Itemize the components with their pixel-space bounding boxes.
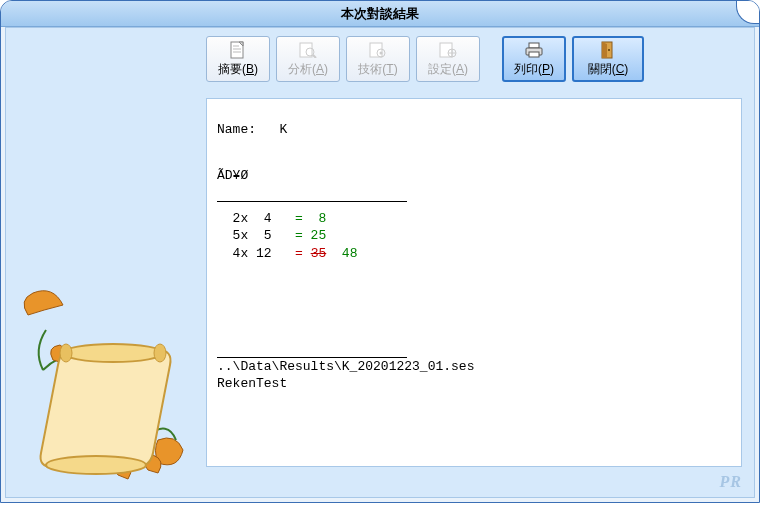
footer-path: ..\Data\Results\K_20201223_01.ses [217, 358, 731, 376]
svg-point-19 [46, 456, 146, 474]
svg-point-20 [60, 344, 72, 362]
close-button[interactable]: 關閉(C) [572, 36, 644, 82]
printer-icon [524, 41, 544, 59]
titlebar: 本次對談結果 [1, 1, 759, 27]
print-button[interactable]: 列印(P) [502, 36, 566, 82]
client-area: 摘要(B) 分析(A) 技術(T) [5, 27, 755, 498]
close-label: 關閉(C) [588, 61, 629, 78]
analysis-button: 分析(A) [276, 36, 340, 82]
name-row: Name: K [217, 121, 731, 139]
settings-icon [438, 41, 458, 59]
dialog-window: 本次對談結果 摘要(B) 分析(A) [0, 0, 760, 503]
brand-mark: PR [720, 473, 742, 491]
svg-rect-10 [440, 43, 452, 57]
analysis-icon [298, 41, 318, 59]
window-title: 本次對談結果 [341, 6, 419, 21]
section-header: ÃD¥Ø [217, 167, 731, 185]
print-label: 列印(P) [514, 61, 554, 78]
report-panel: Name: K ÃD¥Ø 2x 4 = 8 5x 5 = 25 4x 12 = … [206, 98, 742, 467]
summary-button[interactable]: 摘要(B) [206, 36, 270, 82]
report-scroll[interactable]: Name: K ÃD¥Ø 2x 4 = 8 5x 5 = 25 4x 12 = … [207, 99, 741, 466]
door-icon [598, 41, 618, 59]
document-icon [228, 41, 248, 59]
svg-line-6 [313, 55, 316, 58]
svg-rect-14 [529, 52, 539, 57]
toolbar: 摘要(B) 分析(A) 技術(T) [206, 36, 744, 90]
svg-point-9 [380, 51, 383, 54]
settings-button: 設定(A) [416, 36, 480, 82]
scroll-decoration-icon [8, 275, 203, 495]
analysis-label: 分析(A) [288, 61, 328, 78]
svg-rect-12 [529, 43, 539, 48]
svg-marker-16 [602, 42, 607, 58]
tech-button: 技術(T) [346, 36, 410, 82]
tech-icon [368, 41, 388, 59]
summary-label: 摘要(B) [218, 61, 258, 78]
divider-line [217, 201, 407, 202]
svg-point-18 [63, 344, 163, 362]
settings-label: 設定(A) [428, 61, 468, 78]
svg-point-17 [608, 49, 610, 51]
result-row: 5x 5 = 25 [217, 227, 731, 245]
result-row: 4x 12 = 35 48 [217, 245, 731, 263]
svg-rect-7 [370, 43, 382, 57]
tech-label: 技術(T) [358, 61, 397, 78]
svg-point-21 [154, 344, 166, 362]
footer-app: RekenTest [217, 375, 731, 393]
result-row: 2x 4 = 8 [217, 210, 731, 228]
